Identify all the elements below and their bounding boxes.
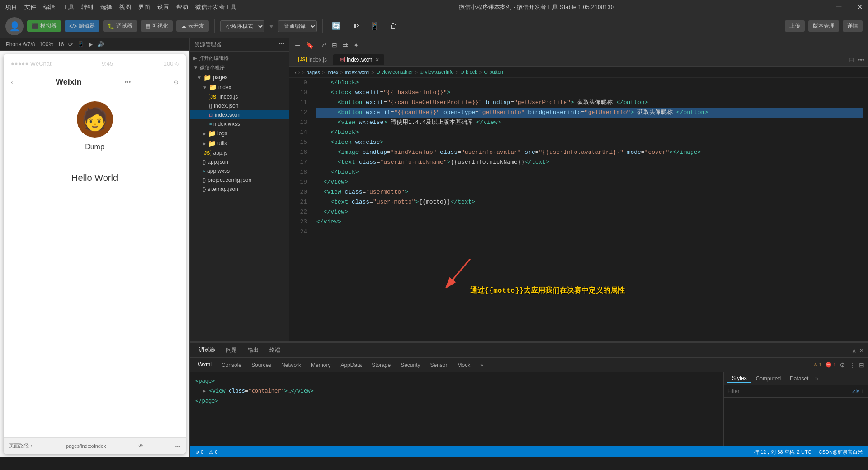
breadcrumb-file[interactable]: index.wxml [345, 70, 369, 75]
tree-item-sitemap[interactable]: {} sitemap.json [190, 185, 289, 194]
rotate-icon[interactable]: ⟳ [68, 41, 73, 47]
breadcrumb-block[interactable]: ⊙ block [460, 69, 477, 75]
breadcrumb-back[interactable]: ‹ [295, 70, 297, 75]
real-debug-btn[interactable]: 📱 [366, 20, 382, 32]
devtools-tab-debugger[interactable]: 调试器 [193, 344, 221, 356]
styles-tab-dataset[interactable]: Dataset [785, 375, 813, 383]
styles-tab-styles[interactable]: Styles [727, 374, 751, 383]
code-content[interactable]: </block> <block wx:elif="{{!hasUserInfo}… [311, 78, 868, 341]
nav-more-icon[interactable]: ••• [125, 79, 131, 85]
panel-tab-sources[interactable]: Sources [247, 360, 276, 370]
menu-item-edit[interactable]: 编辑 [43, 3, 55, 11]
more-options-icon[interactable]: ⋮ [849, 361, 855, 369]
bookmark-icon[interactable]: 🔖 [304, 41, 316, 50]
tree-item-index-wxss[interactable]: ≈ index.wxss [190, 119, 289, 128]
cls-button[interactable]: .cls [852, 389, 859, 394]
menu-item-wechat[interactable]: 微信开发者工具 [195, 3, 236, 11]
breadcrumb-button[interactable]: ⊙ button [484, 69, 503, 75]
more-editor-icon[interactable]: ••• [858, 56, 864, 63]
tree-item-project-config[interactable]: {} project.config.json [190, 176, 289, 185]
menu-item-select[interactable]: 选择 [100, 3, 112, 11]
audio-icon[interactable]: 🔊 [97, 41, 104, 47]
panel-tab-mock[interactable]: Mock [453, 360, 475, 370]
clear-cache-btn[interactable]: 🗑 [386, 20, 401, 32]
filter-input[interactable] [727, 388, 852, 394]
styles-tab-computed[interactable]: Computed [751, 375, 785, 383]
split-editor-icon[interactable]: ⊟ [849, 56, 854, 63]
breadcrumb-forward[interactable]: › [298, 70, 300, 75]
visualize-btn[interactable]: ▦ 可视化 [141, 20, 173, 32]
menu-item-settings[interactable]: 设置 [157, 3, 169, 11]
tree-item-mini-program[interactable]: ▼ 微信小程序 [190, 63, 289, 72]
tree-item-index-js[interactable]: JS index.js [190, 92, 289, 101]
breadcrumb-view-container[interactable]: ⊙ view.container [376, 69, 413, 75]
menu-item-goto[interactable]: 转到 [81, 3, 93, 11]
minimize-btn[interactable]: ─ [836, 3, 841, 11]
tree-item-app-js[interactable]: JS app.js [190, 148, 289, 157]
menu-item-interface[interactable]: 界面 [138, 3, 150, 11]
mode-select[interactable]: 小程序模式 [220, 20, 264, 32]
panel-tab-memory[interactable]: Memory [307, 360, 335, 370]
devtools-tab-output[interactable]: 输出 [242, 345, 264, 356]
tab-close-btn[interactable]: × [375, 56, 379, 63]
menu-item-file[interactable]: 文件 [24, 3, 36, 11]
upload-btn[interactable]: 上传 [785, 20, 805, 32]
breadcrumb-index[interactable]: index [326, 70, 338, 75]
play-icon[interactable]: ▶ [89, 41, 93, 47]
panel-tab-sensor[interactable]: Sensor [426, 360, 452, 370]
undock-icon[interactable]: ⊟ [859, 361, 864, 369]
details-btn[interactable]: 详情 [843, 20, 863, 32]
close-btn[interactable]: ✕ [857, 3, 863, 11]
nav-back-icon[interactable]: ‹ [11, 79, 13, 85]
styles-more-icon[interactable]: » [815, 375, 818, 382]
tree-item-index-wxml[interactable]: ⊞ index.wxml [190, 110, 289, 119]
compile-select[interactable]: 普通编译 [278, 20, 317, 32]
nav-camera-icon[interactable]: ⊙ [174, 79, 179, 85]
compile-btn[interactable]: 🔄 [328, 20, 344, 32]
close-devtools-icon[interactable]: ✕ [859, 347, 864, 354]
breadcrumb-pages[interactable]: pages [307, 70, 320, 75]
sync-icon[interactable]: ⇄ [341, 41, 350, 50]
tree-item-index-folder[interactable]: ▼ 📁 index [190, 82, 289, 92]
panel-tab-appdata[interactable]: AppData [336, 360, 366, 370]
view-icon[interactable]: 👁 [138, 443, 143, 449]
devtools-tab-problems[interactable]: 问题 [221, 345, 242, 356]
cloud-btn[interactable]: ☁ 云开发 [176, 20, 209, 32]
panel-tab-storage[interactable]: Storage [367, 360, 395, 370]
tree-item-pages[interactable]: ▼ 📁 pages [190, 72, 289, 82]
maximize-btn[interactable]: □ [847, 3, 851, 11]
tree-item-app-json[interactable]: {} app.json [190, 157, 289, 166]
collapse-devtools-icon[interactable]: ∧ [852, 347, 856, 354]
tree-item-logs[interactable]: ▶ 📁 logs [190, 128, 289, 138]
panel-tab-console[interactable]: Console [217, 360, 246, 370]
tree-item-utils[interactable]: ▶ 📁 utils [190, 138, 289, 148]
split-icon[interactable]: ⊟ [330, 41, 339, 50]
tab-index-wxml[interactable]: ⊞ index.wxml × [333, 54, 385, 65]
menu-item-view[interactable]: 视图 [119, 3, 131, 11]
settings-icon[interactable]: ⚙ [840, 361, 845, 369]
panel-tab-security[interactable]: Security [396, 360, 425, 370]
tree-item-open-editors[interactable]: ▶ 打开的编辑器 [190, 53, 289, 63]
panel-tab-wxml[interactable]: Wxml [193, 360, 216, 370]
add-style-btn[interactable]: + [861, 388, 864, 394]
version-mgr-btn[interactable]: 版本管理 [808, 20, 839, 32]
more-icon[interactable]: ••• [175, 443, 180, 449]
breadcrumb-view-userinfo[interactable]: ⊙ view.userinfo [420, 69, 454, 75]
branch-icon[interactable]: ⎇ [317, 41, 328, 50]
simulator-btn[interactable]: ⬛ 模拟器 [27, 20, 61, 32]
menu-item-tools[interactable]: 工具 [62, 3, 74, 11]
tab-index-js[interactable]: JS index.js [293, 55, 332, 65]
devtools-tab-terminal[interactable]: 终端 [264, 345, 286, 356]
menu-item-help[interactable]: 帮助 [176, 3, 188, 11]
panel-tab-network[interactable]: Network [277, 360, 306, 370]
tree-item-index-json[interactable]: {} index.json [190, 101, 289, 110]
tree-item-app-wxss[interactable]: ≈ app.wxss [190, 166, 289, 176]
menu-item-project[interactable]: 项目 [5, 3, 17, 11]
debugger-btn[interactable]: 🐛 调试器 [103, 20, 137, 32]
editor-btn[interactable]: </> 编辑器 [65, 20, 99, 32]
user-avatar[interactable]: 👤 [5, 17, 24, 35]
explorer-more-icon[interactable]: ••• [278, 41, 284, 48]
preview-icon-btn[interactable]: 👁 [348, 20, 363, 32]
panel-tab-more[interactable]: » [476, 360, 488, 370]
list-icon[interactable]: ☰ [293, 41, 302, 50]
